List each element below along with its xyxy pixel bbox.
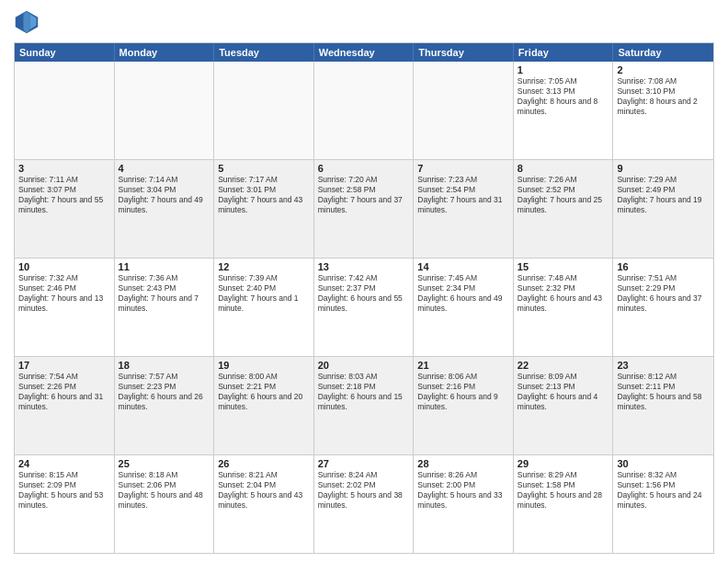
calendar-cell: 14Sunrise: 7:45 AM Sunset: 2:34 PM Dayli… <box>414 259 514 356</box>
cell-info: Sunrise: 8:26 AM Sunset: 2:00 PM Dayligh… <box>417 470 509 511</box>
day-number: 23 <box>617 360 710 371</box>
day-number: 1 <box>518 64 609 75</box>
day-header-wednesday: Wednesday <box>314 43 415 62</box>
cell-info: Sunrise: 8:00 AM Sunset: 2:21 PM Dayligh… <box>218 372 310 412</box>
day-number: 30 <box>617 458 710 469</box>
calendar-cell: 17Sunrise: 7:54 AM Sunset: 2:26 PM Dayli… <box>15 357 115 454</box>
calendar-cell: 12Sunrise: 7:39 AM Sunset: 2:40 PM Dayli… <box>214 259 314 356</box>
header <box>14 9 714 35</box>
day-number: 17 <box>18 360 110 371</box>
calendar-cell: 5Sunrise: 7:17 AM Sunset: 3:01 PM Daylig… <box>214 160 314 258</box>
calendar-cell: 24Sunrise: 8:15 AM Sunset: 2:09 PM Dayli… <box>15 455 115 553</box>
day-header-sunday: Sunday <box>15 43 115 62</box>
day-header-saturday: Saturday <box>613 43 713 62</box>
day-header-monday: Monday <box>115 43 215 62</box>
cell-info: Sunrise: 7:51 AM Sunset: 2:29 PM Dayligh… <box>617 273 710 314</box>
calendar-week-2: 3Sunrise: 7:11 AM Sunset: 3:07 PM Daylig… <box>15 160 713 259</box>
calendar-cell: 6Sunrise: 7:20 AM Sunset: 2:58 PM Daylig… <box>314 160 415 258</box>
day-number: 8 <box>518 163 609 174</box>
calendar-cell: 10Sunrise: 7:32 AM Sunset: 2:46 PM Dayli… <box>15 259 115 356</box>
cell-info: Sunrise: 8:15 AM Sunset: 2:09 PM Dayligh… <box>18 470 110 511</box>
calendar-cell: 8Sunrise: 7:26 AM Sunset: 2:52 PM Daylig… <box>514 160 614 258</box>
calendar-cell: 16Sunrise: 7:51 AM Sunset: 2:29 PM Dayli… <box>613 259 713 356</box>
day-number: 15 <box>518 261 609 272</box>
day-number: 29 <box>518 458 609 469</box>
cell-info: Sunrise: 7:05 AM Sunset: 3:13 PM Dayligh… <box>518 76 609 117</box>
cell-info: Sunrise: 8:18 AM Sunset: 2:06 PM Dayligh… <box>119 470 210 511</box>
calendar-cell: 23Sunrise: 8:12 AM Sunset: 2:11 PM Dayli… <box>613 357 713 454</box>
cell-info: Sunrise: 7:11 AM Sunset: 3:07 PM Dayligh… <box>18 175 110 215</box>
calendar-week-4: 17Sunrise: 7:54 AM Sunset: 2:26 PM Dayli… <box>15 357 713 455</box>
calendar-cell <box>314 62 415 159</box>
day-number: 6 <box>318 163 410 174</box>
calendar-cell: 28Sunrise: 8:26 AM Sunset: 2:00 PM Dayli… <box>414 455 514 553</box>
calendar-cell: 21Sunrise: 8:06 AM Sunset: 2:16 PM Dayli… <box>414 357 514 454</box>
svg-marker-2 <box>24 11 30 34</box>
day-number: 10 <box>18 261 110 272</box>
cell-info: Sunrise: 7:08 AM Sunset: 3:10 PM Dayligh… <box>617 76 710 117</box>
day-number: 25 <box>119 458 210 469</box>
day-header-thursday: Thursday <box>414 43 514 62</box>
cell-info: Sunrise: 7:14 AM Sunset: 3:04 PM Dayligh… <box>119 175 210 215</box>
day-number: 19 <box>218 360 310 371</box>
day-number: 21 <box>417 360 509 371</box>
calendar-cell: 30Sunrise: 8:32 AM Sunset: 1:56 PM Dayli… <box>613 455 713 553</box>
calendar-cell: 26Sunrise: 8:21 AM Sunset: 2:04 PM Dayli… <box>214 455 314 553</box>
calendar-week-3: 10Sunrise: 7:32 AM Sunset: 2:46 PM Dayli… <box>15 259 713 357</box>
cell-info: Sunrise: 7:39 AM Sunset: 2:40 PM Dayligh… <box>218 273 310 314</box>
day-number: 11 <box>119 261 210 272</box>
calendar-cell: 13Sunrise: 7:42 AM Sunset: 2:37 PM Dayli… <box>314 259 415 356</box>
calendar-cell <box>214 62 314 159</box>
calendar-cell <box>115 62 215 159</box>
calendar-cell: 19Sunrise: 8:00 AM Sunset: 2:21 PM Dayli… <box>214 357 314 454</box>
calendar-cell: 22Sunrise: 8:09 AM Sunset: 2:13 PM Dayli… <box>514 357 614 454</box>
day-number: 4 <box>119 163 210 174</box>
calendar-week-5: 24Sunrise: 8:15 AM Sunset: 2:09 PM Dayli… <box>15 455 713 553</box>
day-number: 9 <box>617 163 710 174</box>
calendar-cell: 11Sunrise: 7:36 AM Sunset: 2:43 PM Dayli… <box>115 259 215 356</box>
calendar-cell <box>15 62 115 159</box>
cell-info: Sunrise: 7:57 AM Sunset: 2:23 PM Dayligh… <box>119 372 210 412</box>
cell-info: Sunrise: 8:03 AM Sunset: 2:18 PM Dayligh… <box>318 372 410 412</box>
day-number: 12 <box>218 261 310 272</box>
cell-info: Sunrise: 7:29 AM Sunset: 2:49 PM Dayligh… <box>617 175 710 215</box>
page: SundayMondayTuesdayWednesdayThursdayFrid… <box>0 0 728 563</box>
day-number: 27 <box>318 458 410 469</box>
day-number: 22 <box>518 360 609 371</box>
cell-info: Sunrise: 7:42 AM Sunset: 2:37 PM Dayligh… <box>318 273 410 314</box>
cell-info: Sunrise: 7:23 AM Sunset: 2:54 PM Dayligh… <box>417 175 509 215</box>
cell-info: Sunrise: 8:06 AM Sunset: 2:16 PM Dayligh… <box>417 372 509 412</box>
calendar-header: SundayMondayTuesdayWednesdayThursdayFrid… <box>15 43 713 62</box>
day-number: 24 <box>18 458 110 469</box>
calendar-cell: 29Sunrise: 8:29 AM Sunset: 1:58 PM Dayli… <box>514 455 614 553</box>
calendar-cell: 4Sunrise: 7:14 AM Sunset: 3:04 PM Daylig… <box>115 160 215 258</box>
calendar-cell: 15Sunrise: 7:48 AM Sunset: 2:32 PM Dayli… <box>514 259 614 356</box>
cell-info: Sunrise: 8:21 AM Sunset: 2:04 PM Dayligh… <box>218 470 310 511</box>
day-number: 18 <box>119 360 210 371</box>
cell-info: Sunrise: 7:17 AM Sunset: 3:01 PM Dayligh… <box>218 175 310 215</box>
cell-info: Sunrise: 8:12 AM Sunset: 2:11 PM Dayligh… <box>617 372 710 412</box>
cell-info: Sunrise: 7:20 AM Sunset: 2:58 PM Dayligh… <box>318 175 410 215</box>
calendar-cell <box>414 62 514 159</box>
calendar: SundayMondayTuesdayWednesdayThursdayFrid… <box>14 42 714 554</box>
calendar-cell: 9Sunrise: 7:29 AM Sunset: 2:49 PM Daylig… <box>613 160 713 258</box>
cell-info: Sunrise: 7:48 AM Sunset: 2:32 PM Dayligh… <box>518 273 609 314</box>
day-number: 7 <box>417 163 509 174</box>
day-number: 16 <box>617 261 710 272</box>
day-number: 28 <box>417 458 509 469</box>
calendar-week-1: 1Sunrise: 7:05 AM Sunset: 3:13 PM Daylig… <box>15 62 713 160</box>
day-number: 13 <box>318 261 410 272</box>
calendar-body: 1Sunrise: 7:05 AM Sunset: 3:13 PM Daylig… <box>15 62 713 553</box>
cell-info: Sunrise: 8:24 AM Sunset: 2:02 PM Dayligh… <box>318 470 410 511</box>
cell-info: Sunrise: 7:36 AM Sunset: 2:43 PM Dayligh… <box>119 273 210 314</box>
cell-info: Sunrise: 8:09 AM Sunset: 2:13 PM Dayligh… <box>518 372 609 412</box>
calendar-cell: 2Sunrise: 7:08 AM Sunset: 3:10 PM Daylig… <box>613 62 713 159</box>
day-number: 26 <box>218 458 310 469</box>
logo <box>14 9 43 35</box>
cell-info: Sunrise: 7:45 AM Sunset: 2:34 PM Dayligh… <box>417 273 509 314</box>
calendar-cell: 25Sunrise: 8:18 AM Sunset: 2:06 PM Dayli… <box>115 455 215 553</box>
calendar-cell: 20Sunrise: 8:03 AM Sunset: 2:18 PM Dayli… <box>314 357 415 454</box>
calendar-cell: 18Sunrise: 7:57 AM Sunset: 2:23 PM Dayli… <box>115 357 215 454</box>
cell-info: Sunrise: 7:32 AM Sunset: 2:46 PM Dayligh… <box>18 273 110 314</box>
day-number: 3 <box>18 163 110 174</box>
